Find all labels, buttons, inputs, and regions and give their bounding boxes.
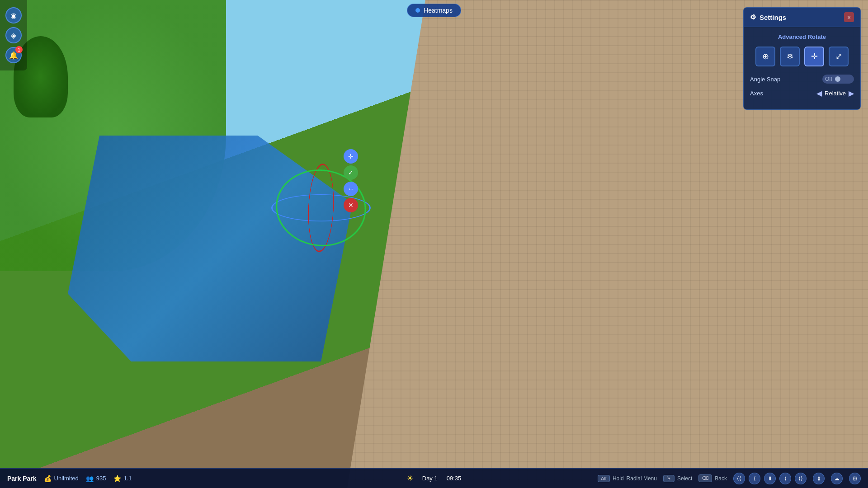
angle-snap-row: Angle Snap Off [750,75,854,84]
money-value: Unlimited [54,475,79,482]
angle-snap-status: Off [825,76,832,82]
axes-next-button[interactable]: ▶ [849,89,854,98]
nav-left-panel: ◉ ◈ 🔔 1 [0,0,27,70]
visitors-value: 935 [96,475,106,482]
next-button[interactable]: ⟩ [779,473,791,484]
rotation-gizmo[interactable] [262,158,380,258]
axes-row: Axes ◀ Relative ▶ [750,89,854,98]
visitors-icon: 👥 [86,475,94,482]
angle-snap-toggle[interactable]: Off [822,75,854,84]
rating-value: 1.1 [124,475,132,482]
heatmaps-label: Heatmaps [424,7,453,14]
status-center: ☀ Day 1 09:35 [407,474,462,483]
camera-icon: ◈ [11,31,16,40]
toggle-indicator [835,76,840,82]
time-label: 09:35 [447,475,462,482]
settings-body: Advanced Rotate ⊕ ❄ ✛ ⤢ Angle Snap Off A… [744,27,860,109]
status-right: Alt Hold Radial Menu 🖱 Select ⌫ Back ⟨⟨ … [598,473,861,484]
rating-status: ⭐ 1.1 [113,475,132,482]
status-left: Park Park 💰 Unlimited 👥 935 ⭐ 1.1 [7,475,598,482]
notification-badge: 1 [15,46,23,53]
playback-controls: ⟨⟨ ⟨ ⏸ ⟩ ⟩⟩ [733,473,807,484]
weather-button[interactable]: ☁ [831,473,843,484]
nav-bell-icon[interactable]: 🔔 1 [5,47,22,63]
back-key: ⌫ [698,474,712,482]
back-hint: ⌫ Back [698,474,727,482]
visitors-status: 👥 935 [86,475,106,482]
mouse-icon: 🖱 [663,475,675,482]
rotate-mode-move[interactable]: ⊕ [755,47,775,66]
back-label: Back [715,475,727,482]
advanced-rotate-title: Advanced Rotate [750,33,854,40]
heatmaps-indicator [415,8,420,13]
settings-title: ⚙ Settings [750,13,786,21]
gizmo-handles: ✛ ✓ ↔ ✕ [344,149,358,212]
rotate-mode-freeze[interactable]: ❄ [780,47,800,66]
settings-close-button[interactable]: × [844,12,854,22]
axes-label: Axes [750,90,763,97]
settings-panel: ⚙ Settings × Advanced Rotate ⊕ ❄ ✛ ⤢ Ang… [743,7,861,110]
close-icon: × [847,14,851,21]
park-name: Park Park [7,475,37,482]
money-status: 💰 Unlimited [44,475,79,482]
gizmo-confirm-button[interactable]: ✓ [344,165,358,180]
settings-button[interactable]: ⚙ [849,473,861,484]
heatmaps-button[interactable]: Heatmaps [407,4,461,17]
map-icon: ◉ [10,11,17,20]
radial-hint-text: Radial Menu [627,475,657,482]
prev-button[interactable]: ⟨ [749,473,760,484]
hold-label: Hold [613,475,624,482]
gizmo-rotate-button[interactable]: ↔ [344,182,358,196]
nav-camera-icon[interactable]: ◈ [5,27,22,43]
rotate-mode-buttons: ⊕ ❄ ✛ ⤢ [750,47,854,66]
day-label: Day 1 [422,475,438,482]
angle-snap-label: Angle Snap [750,76,780,83]
gizmo-cancel-button[interactable]: ✕ [344,198,358,212]
fast-forward-button[interactable]: ⟩⟩ [795,473,807,484]
rotate-mode-square[interactable]: ⤢ [829,47,849,66]
settings-gear-icon: ⚙ [750,13,756,21]
rotate-mode-compass[interactable]: ✛ [804,47,824,66]
select-label: Select [677,475,692,482]
gizmo-move-button[interactable]: ✛ [344,149,358,164]
angle-snap-value: Off [822,75,854,84]
rewind-button[interactable]: ⟨⟨ [733,473,745,484]
settings-title-text: Settings [760,14,786,21]
status-bar: Park Park 💰 Unlimited 👥 935 ⭐ 1.1 ☀ Day … [0,468,868,488]
alt-key: Alt [598,475,610,482]
money-icon: 💰 [44,475,52,482]
rating-icon: ⭐ [113,475,121,482]
axes-prev-button[interactable]: ◀ [816,89,822,98]
select-hint: 🖱 Select [663,475,692,482]
pause-button[interactable]: ⏸ [764,473,776,484]
nav-map-icon[interactable]: ◉ [5,7,22,23]
axes-value-container: ◀ Relative ▶ [816,89,854,98]
axes-value-text: Relative [825,90,846,97]
sun-icon: ☀ [407,474,413,483]
speed-button[interactable]: ⟫ [813,473,825,484]
radial-menu-hint: Alt Hold Radial Menu [598,475,657,482]
settings-header: ⚙ Settings × [744,8,860,27]
